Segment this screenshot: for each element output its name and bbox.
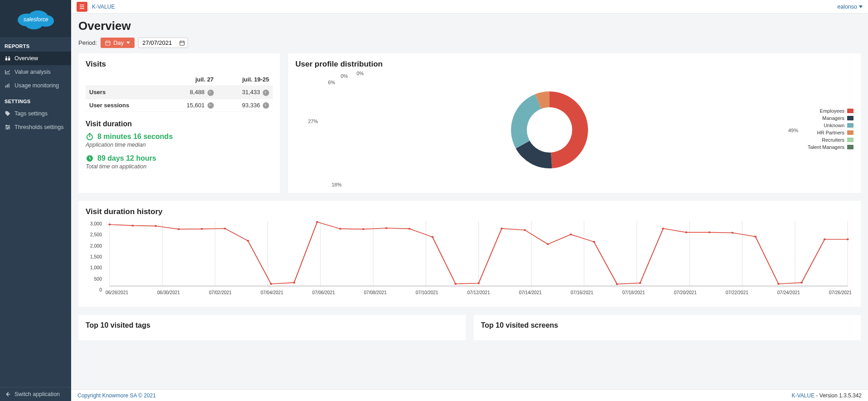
svg-point-60: [777, 283, 780, 285]
svg-point-44: [408, 228, 410, 229]
page-title: Overview: [78, 19, 861, 33]
period-date-input[interactable]: [138, 38, 188, 48]
clock-icon: [86, 154, 94, 162]
table-row: Users 8,488 31,433: [86, 86, 273, 99]
svg-point-46: [454, 283, 457, 285]
visit-history-card: Visit duration history Hours 3,0002,5002…: [78, 201, 861, 307]
svg-point-53: [616, 283, 618, 285]
arrow-left-icon: [5, 391, 11, 397]
top-tags-card: Top 10 visited tags: [78, 315, 466, 340]
legend-row[interactable]: Employees: [804, 108, 854, 114]
total-metric: 89 days 12 hours: [86, 154, 273, 162]
top-tags-title: Top 10 visited tags: [86, 321, 458, 329]
footer-copyright: Copyright Knowmore SA © 2021: [77, 392, 156, 399]
nav-label: Value analysis: [14, 69, 51, 75]
legend-row[interactable]: Managers: [804, 115, 854, 121]
legend-label: HR Partners: [817, 130, 844, 135]
top-screens-card: Top 10 visited screens: [474, 315, 861, 340]
nav-label: Usage monitoring: [14, 82, 59, 89]
svg-point-47: [477, 282, 480, 284]
sidebar-item-overview[interactable]: Overview: [0, 52, 71, 65]
nav-section-settings: SETTINGS: [0, 92, 71, 107]
row-label: User sessions: [89, 102, 129, 109]
svg-point-34: [178, 228, 180, 230]
top-screens-title: Top 10 visited screens: [481, 321, 854, 329]
svg-point-35: [201, 228, 203, 230]
pct-label-hrpartners: 6%: [328, 80, 335, 85]
legend-label: Managers: [822, 115, 844, 121]
svg-point-57: [708, 231, 710, 233]
legend-row[interactable]: Talent Managers: [804, 144, 854, 150]
period-label: Period:: [78, 39, 97, 46]
legend-swatch: [847, 123, 854, 128]
nav-label: Switch application: [14, 391, 60, 397]
legend-row[interactable]: HR Partners: [804, 130, 854, 135]
salesforce-logo: salesforce: [13, 6, 58, 31]
svg-point-45: [431, 236, 434, 238]
go-icon[interactable]: [263, 90, 269, 96]
sidebar-item-tags-settings[interactable]: Tags settings: [0, 107, 71, 120]
legend-label: Recruiters: [822, 137, 844, 143]
go-icon[interactable]: [207, 102, 214, 109]
topbar: K-VALUE ealonso: [71, 0, 868, 14]
nav-section-reports: REPORTS: [0, 37, 71, 52]
svg-point-40: [316, 221, 318, 223]
legend-row[interactable]: Recruiters: [804, 137, 854, 143]
svg-point-31: [108, 224, 111, 225]
legend-swatch: [847, 109, 854, 113]
svg-point-42: [362, 228, 364, 230]
caret-down-icon: [126, 42, 130, 44]
sidebar-item-usage-monitoring[interactable]: Usage monitoring: [0, 79, 71, 92]
hamburger-button[interactable]: [77, 2, 87, 12]
history-title: Visit duration history: [86, 207, 854, 216]
row-label: Users: [89, 89, 106, 95]
sidebar-item-value-analysis[interactable]: Value analysis: [0, 65, 71, 79]
svg-point-39: [293, 282, 295, 283]
sidebar-item-thresholds-settings[interactable]: Thresholds settings: [0, 120, 71, 134]
period-row: Period: Day: [78, 38, 861, 48]
svg-point-9: [9, 127, 10, 128]
col-2: juil. 19-25: [217, 73, 273, 86]
chart-line-icon: [5, 69, 11, 75]
sidebar-item-switch-application[interactable]: Switch application: [0, 387, 71, 401]
visit-duration-section: Visit duration 8 minutes 16 seconds Appl…: [86, 120, 273, 170]
svg-point-62: [824, 239, 826, 240]
logo-area: salesforce: [0, 0, 71, 37]
footer-product-link[interactable]: K-VALUE: [791, 392, 814, 399]
legend-label: Talent Managers: [808, 144, 844, 150]
svg-point-38: [270, 283, 272, 285]
period-day-button[interactable]: Day: [101, 38, 135, 48]
chart-bar-icon: [5, 82, 11, 89]
svg-point-37: [247, 240, 249, 242]
y-axis-title: Hours: [71, 241, 72, 257]
tag-icon: [5, 110, 11, 117]
col-1: juil. 27: [162, 73, 217, 86]
legend-row[interactable]: Unknown: [804, 123, 854, 128]
svg-point-10: [7, 128, 8, 129]
svg-text:salesforce: salesforce: [23, 16, 48, 23]
pct-label-unknown: 27%: [308, 119, 318, 124]
svg-point-49: [524, 229, 526, 231]
median-metric: 8 minutes 16 seconds: [86, 133, 273, 141]
go-icon[interactable]: [263, 102, 269, 109]
cell-value: 8,488: [190, 89, 205, 95]
binoculars-icon: [5, 55, 11, 62]
stopwatch-icon: [86, 133, 94, 141]
svg-point-41: [339, 228, 341, 229]
day-button-label: Day: [113, 39, 124, 46]
svg-point-63: [847, 239, 849, 240]
brand-link[interactable]: K-VALUE: [92, 4, 115, 10]
visits-title: Visits: [86, 60, 273, 69]
user-menu[interactable]: ealonso: [837, 4, 863, 10]
y-ticks: 3,0002,5002,0001,5001,0005000: [88, 221, 102, 292]
content-scroll[interactable]: Overview Period: Day Visits: [71, 14, 868, 389]
svg-point-55: [662, 228, 664, 229]
hamburger-icon: [79, 5, 85, 9]
nav-label: Overview: [14, 55, 38, 62]
go-icon[interactable]: [207, 90, 214, 96]
svg-point-50: [547, 243, 549, 245]
user-name: ealonso: [837, 4, 857, 10]
nav-label: Thresholds settings: [14, 124, 63, 130]
total-value: 89 days 12 hours: [97, 154, 156, 162]
cell-value: 15,601: [187, 102, 205, 109]
